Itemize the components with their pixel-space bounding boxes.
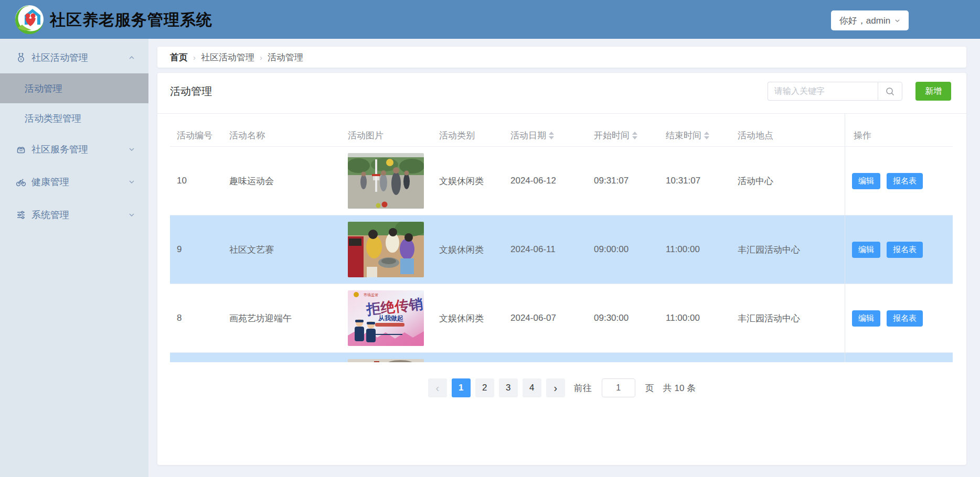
column-header-image: 活动图片 [348,129,439,142]
sort-carets[interactable] [704,132,709,139]
cell-activity-id: 8 [170,313,229,323]
table-row-partial [170,353,953,362]
cell-location: 丰汇园活动中心 [738,244,845,256]
goto-page-input[interactable] [602,378,635,397]
cell-activity-date: 2024-06-12 [510,176,594,186]
sliders-icon [16,210,26,220]
signup-button[interactable]: 报名表 [887,173,923,189]
table-row: 9 社区文艺赛 [170,215,953,284]
cell-activity-name: 趣味运动会 [229,175,348,187]
page-button-4[interactable]: 4 [523,378,541,397]
cell-location: 活动中心 [738,175,845,187]
column-header-id: 活动编号 [170,129,229,142]
page-button-1[interactable]: 1 [452,378,471,397]
top-header: 社区养老服务管理系统 你好，admin [0,0,980,39]
community-art-photo [348,222,424,277]
breadcrumb-home[interactable]: 首页 [170,51,188,63]
sidebar-item-label: 社区服务管理 [31,143,88,156]
page-unit-label: 页 [645,382,654,394]
breadcrumb: 首页 › 社区活动管理 › 活动管理 [157,47,966,68]
cell-end-time: 11:00:00 [666,244,738,255]
breadcrumb-current-page: 活动管理 [268,51,303,63]
chevron-right-icon: › [553,383,557,393]
prev-page-button[interactable]: ‹ [428,378,447,397]
cell-activity-name: 画苑艺坊迎端午 [229,312,348,324]
search-button[interactable] [878,82,902,101]
sort-carets[interactable] [549,132,554,139]
sidebar-item-system-management[interactable]: 系统管理 [0,202,148,227]
breadcrumb-activity-management[interactable]: 社区活动管理 [201,51,254,63]
page-button-2[interactable]: 2 [475,378,494,397]
outdoor-sports-photo [348,153,424,209]
service-icon [16,144,26,155]
column-header-location: 活动地点 [738,129,845,142]
cell-activity-id: 9 [170,244,229,255]
table-row: 8 画苑艺坊迎端午 [170,284,953,353]
sidebar-item-label: 健康管理 [31,176,69,188]
edit-button[interactable]: 编辑 [852,242,880,258]
edit-button[interactable]: 编辑 [852,310,880,327]
page-button-3[interactable]: 3 [499,378,518,397]
table-body: 10 趣味运动会 [170,147,953,362]
user-menu[interactable]: 你好，admin [831,10,909,30]
signup-button[interactable]: 报名表 [887,242,923,258]
edit-button[interactable]: 编辑 [852,173,880,189]
cell-start-time: 09:00:00 [594,244,666,255]
breadcrumb-separator-icon: › [260,53,262,62]
chevron-left-icon: ‹ [435,383,439,393]
sidebar-subitem-activity[interactable]: 活动管理 [0,73,148,103]
column-header-start-time: 开始时间 [594,129,666,142]
chevron-up-icon [129,55,135,61]
cell-end-time: 11:00:00 [666,313,738,323]
column-header-end-time: 结束时间 [666,129,738,142]
svg-text:市场监管: 市场监管 [364,292,378,297]
column-header-name: 活动名称 [229,129,348,142]
chevron-down-icon [894,18,900,24]
fixed-column-border [845,113,845,362]
signup-button[interactable]: 报名表 [887,310,923,327]
user-greeting: 你好，admin [839,15,890,27]
cell-end-time: 10:31:07 [666,176,738,186]
search-icon [886,87,894,96]
table-row: 10 趣味运动会 [170,147,953,215]
cell-start-time: 09:30:00 [594,313,666,323]
chevron-down-icon [129,179,135,185]
anti-pyramid-poster: 市场监管 拒绝传销 从我做起 [348,290,424,346]
cell-activity-type: 文娱休闲类 [439,175,510,187]
table-header: 活动编号 活动名称 活动图片 活动类别 活动日期 开始时间 结束时间 活动地点 … [170,125,953,147]
cell-activity-date: 2024-06-11 [510,244,594,255]
breadcrumb-separator-icon: › [193,53,196,62]
cell-activity-name: 社区文艺赛 [229,244,348,256]
cell-activity-date: 2024-06-07 [510,313,594,323]
sidebar-subitem-label: 活动类型管理 [25,112,81,125]
column-header-date: 活动日期 [510,129,594,142]
sidebar-item-activity-management[interactable]: 社区活动管理 [0,45,148,70]
goto-label: 前往 [574,382,592,394]
pagination: ‹ 1 2 3 4 › 前往 页 共 10 条 [157,378,966,397]
column-header-type: 活动类别 [439,129,510,142]
sort-carets[interactable] [632,132,637,139]
cell-start-time: 09:31:07 [594,176,666,186]
search-input[interactable] [768,82,878,101]
bicycle-icon [16,177,26,187]
app-logo-icon [14,4,45,35]
add-button[interactable]: 新增 [915,82,951,101]
activity-photo-partial [348,359,424,362]
cell-activity-type: 文娱休闲类 [439,244,510,256]
sidebar-item-label: 系统管理 [31,209,69,221]
next-page-button[interactable]: › [546,378,565,397]
sidebar-item-label: 社区活动管理 [31,51,88,64]
medal-icon [16,52,26,63]
chevron-down-icon [129,146,135,153]
cell-activity-id: 10 [170,176,229,186]
sidebar: 社区活动管理 活动管理 活动类型管理 社区服务管理 健康管理 [0,39,148,477]
sidebar-subitem-activity-type[interactable]: 活动类型管理 [0,103,148,133]
page-title: 活动管理 [170,84,212,99]
search-bar [768,82,902,101]
app-root: 社区养老服务管理系统 你好，admin 社区活动管理 活动管理 活动类型管理 社… [0,0,980,477]
main-panel: 活动管理 新增 活动编号 活动名称 活动图片 活动类别 活动日期 开始时间 结束… [157,73,966,465]
sidebar-subitem-label: 活动管理 [25,82,62,95]
cell-location: 丰汇园活动中心 [738,312,845,324]
sidebar-item-health-management[interactable]: 健康管理 [0,169,148,194]
sidebar-item-service-management[interactable]: 社区服务管理 [0,137,148,162]
